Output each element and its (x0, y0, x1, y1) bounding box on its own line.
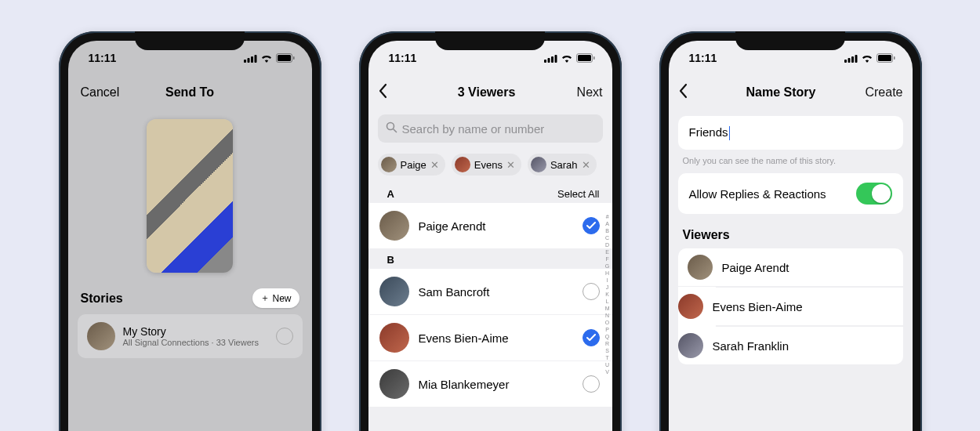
battery-icon (877, 53, 895, 63)
index-letter[interactable]: A (605, 220, 610, 227)
cellular-icon (844, 54, 858, 63)
search-icon (386, 121, 397, 136)
alphabet-index[interactable]: #ABCDEFGHIJKLMNOPQRSTUV (605, 213, 610, 375)
wifi-icon (561, 54, 573, 63)
svg-rect-2 (251, 56, 253, 63)
search-input[interactable]: Search by name or number (378, 114, 603, 143)
index-letter[interactable]: M (605, 305, 610, 312)
svg-rect-10 (554, 55, 557, 63)
allow-replies-row: Allow Replies & Reactions (678, 173, 903, 214)
selected-chip[interactable]: Paige✕ (378, 154, 445, 176)
index-letter[interactable]: N (605, 312, 610, 319)
svg-rect-21 (878, 55, 891, 61)
status-time: 11:11 (89, 52, 117, 64)
index-letter[interactable]: S (605, 347, 610, 354)
svg-rect-18 (851, 56, 854, 63)
selected-chip[interactable]: Sarah✕ (528, 154, 597, 176)
phone-viewers: 11:11 3 Viewers Next Search by name or n… (359, 31, 622, 431)
avatar (678, 333, 703, 358)
contact-row[interactable]: Paige Arendt (368, 203, 612, 249)
section-letter: B (387, 254, 394, 266)
svg-rect-0 (244, 60, 246, 63)
index-letter[interactable]: T (605, 354, 610, 361)
story-name-input[interactable]: Friends (678, 116, 903, 150)
status-time: 11:11 (689, 52, 717, 64)
my-story-title: My Story (123, 325, 268, 338)
index-letter[interactable]: # (605, 213, 610, 220)
text-cursor (729, 126, 731, 140)
svg-rect-7 (544, 60, 546, 63)
phone-name-story: 11:11 Name Story Create Friends Only you… (659, 31, 922, 431)
story-photo-preview[interactable] (147, 119, 233, 273)
avatar (379, 323, 409, 353)
select-radio[interactable] (583, 217, 600, 234)
svg-rect-13 (593, 56, 595, 60)
my-story-tile[interactable]: My Story All Signal Connections · 33 Vie… (78, 314, 303, 358)
status-icons (544, 53, 595, 63)
index-letter[interactable]: K (605, 291, 610, 298)
select-radio[interactable] (583, 375, 600, 393)
chip-name: Evens (474, 159, 503, 171)
index-letter[interactable]: C (605, 234, 610, 241)
create-button[interactable]: Create (865, 85, 902, 100)
index-letter[interactable]: V (605, 368, 610, 375)
remove-icon[interactable]: ✕ (506, 159, 515, 171)
svg-rect-3 (254, 55, 256, 63)
index-letter[interactable]: J (605, 284, 610, 291)
viewer-name: Evens Bien-Aime (713, 300, 803, 313)
index-letter[interactable]: F (605, 255, 610, 263)
status-time: 11:11 (389, 52, 417, 64)
viewer-name: Paige Arendt (722, 261, 789, 274)
selected-chip[interactable]: Evens✕ (452, 154, 521, 176)
index-letter[interactable]: B (605, 227, 610, 234)
notch (735, 31, 845, 50)
wifi-icon (260, 54, 273, 63)
next-button[interactable]: Next (577, 85, 603, 100)
cellular-icon (544, 54, 557, 63)
contact-row[interactable]: Evens Bien-Aime (368, 315, 612, 361)
remove-icon[interactable]: ✕ (430, 159, 439, 171)
index-letter[interactable]: G (605, 263, 610, 270)
index-letter[interactable]: R (605, 340, 610, 347)
select-radio[interactable] (583, 329, 600, 346)
back-button[interactable] (678, 83, 697, 102)
svg-rect-22 (894, 56, 895, 60)
index-letter[interactable]: U (605, 361, 610, 368)
select-all-button[interactable]: Select All (557, 188, 599, 200)
svg-rect-8 (547, 58, 550, 63)
index-letter[interactable]: H (605, 270, 610, 277)
story-name-value: Friends (689, 125, 728, 139)
index-letter[interactable]: D (605, 241, 610, 248)
index-letter[interactable]: E (605, 248, 610, 255)
remove-icon[interactable]: ✕ (582, 159, 590, 171)
index-letter[interactable]: O (605, 319, 610, 326)
cancel-button[interactable]: Cancel (81, 85, 136, 100)
allow-replies-label: Allow Replies & Reactions (689, 187, 826, 201)
viewer-row[interactable]: Evens Bien-Aime (716, 287, 903, 326)
nav-bar: Cancel Send To (68, 75, 312, 110)
nav-bar: Name Story Create (669, 75, 913, 110)
allow-replies-toggle[interactable] (856, 183, 892, 205)
svg-rect-5 (278, 55, 291, 61)
contact-row[interactable]: Mia Blankemeyer (368, 361, 612, 407)
contact-name: Mia Blankemeyer (419, 378, 573, 391)
index-letter[interactable]: P (605, 326, 610, 333)
notch (435, 31, 545, 50)
stories-header: Stories (81, 292, 123, 306)
index-letter[interactable]: Q (605, 333, 610, 340)
select-radio[interactable] (583, 283, 600, 300)
svg-point-14 (387, 123, 394, 130)
index-letter[interactable]: I (605, 277, 610, 284)
select-radio[interactable] (276, 328, 293, 345)
new-story-button[interactable]: ＋ New (252, 288, 299, 308)
search-placeholder: Search by name or number (402, 122, 545, 136)
toggle-knob (872, 184, 891, 203)
avatar (379, 277, 409, 306)
contact-row[interactable]: Sam Bancroft (368, 269, 612, 315)
viewer-row[interactable]: Paige Arendt (678, 248, 903, 287)
viewer-row[interactable]: Sarah Franklin (716, 326, 903, 364)
back-button[interactable] (378, 83, 397, 102)
index-letter[interactable]: L (605, 298, 610, 305)
avatar (381, 157, 397, 172)
avatar (379, 211, 409, 241)
